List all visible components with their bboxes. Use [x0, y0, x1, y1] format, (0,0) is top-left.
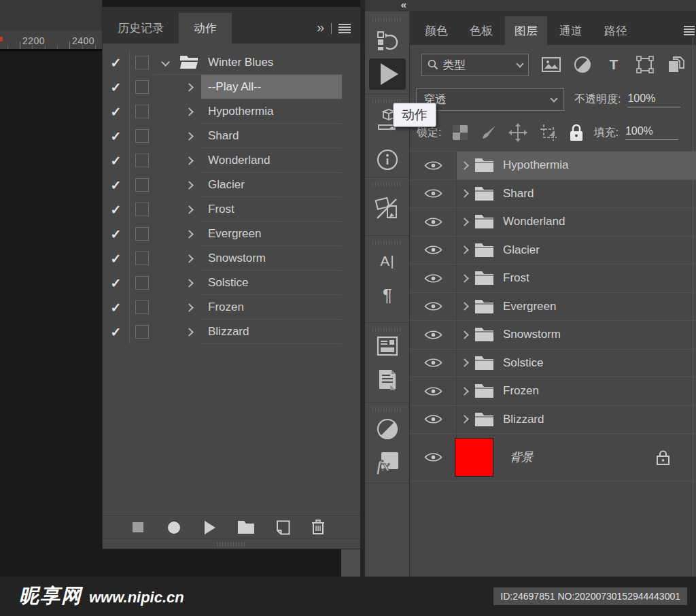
- tab-actions[interactable]: 动作: [179, 13, 232, 44]
- action-row[interactable]: ✓ Frost: [103, 197, 360, 222]
- modal-control-checkbox[interactable]: [135, 301, 149, 314]
- panel-menu-icon[interactable]: [338, 24, 351, 33]
- layer-group-row[interactable]: Glacier: [410, 237, 696, 265]
- action-row[interactable]: ✓ Solstice: [103, 271, 360, 295]
- chevron-right-icon[interactable]: [460, 415, 469, 424]
- tab-swatches[interactable]: 色板: [460, 16, 502, 45]
- lock-transparency-icon[interactable]: [452, 124, 468, 141]
- layer-group-row[interactable]: Wonderland: [410, 208, 696, 237]
- chevron-right-icon[interactable]: [460, 302, 469, 311]
- tab-history[interactable]: 历史记录: [103, 13, 179, 44]
- action-include-toggle[interactable]: ✓: [103, 148, 130, 173]
- delete-trash-icon[interactable]: [311, 519, 325, 535]
- paragraph-panel-icon[interactable]: ¶: [365, 281, 410, 309]
- modal-control-checkbox[interactable]: [135, 276, 149, 290]
- modal-control-checkbox[interactable]: [135, 154, 149, 167]
- tab-channels[interactable]: 通道: [550, 16, 592, 45]
- panel-resize-handle[interactable]: [103, 538, 360, 549]
- layer-group-row[interactable]: Snowstorm: [410, 321, 696, 349]
- chevron-right-icon[interactable]: [460, 218, 469, 226]
- chevron-right-icon[interactable]: [185, 303, 194, 312]
- layer-visibility-toggle[interactable]: [410, 321, 457, 349]
- chevron-right-icon[interactable]: [460, 161, 469, 170]
- chevron-right-icon[interactable]: [185, 83, 194, 92]
- layer-visibility-toggle[interactable]: [410, 293, 457, 321]
- type-layer-filter-icon[interactable]: T: [604, 56, 624, 73]
- dock-grip[interactable]: [372, 18, 402, 22]
- lock-all-icon[interactable]: [569, 124, 584, 141]
- modal-control-checkbox[interactable]: [135, 105, 149, 118]
- layer-thumbnail[interactable]: [455, 438, 493, 477]
- layer-visibility-toggle[interactable]: [410, 180, 457, 208]
- action-row[interactable]: ✓ Wonderland: [103, 148, 360, 173]
- chevron-right-icon[interactable]: [185, 107, 194, 116]
- action-include-toggle[interactable]: ✓: [103, 222, 130, 246]
- chevron-right-icon[interactable]: [185, 328, 194, 337]
- expand-panel-icon[interactable]: »: [317, 20, 324, 36]
- layer-visibility-toggle[interactable]: [410, 349, 457, 377]
- action-row[interactable]: ✓ Hypothermia: [103, 99, 360, 124]
- background-layer-row[interactable]: 背景: [410, 434, 696, 481]
- lock-position-icon[interactable]: [508, 123, 527, 142]
- action-include-toggle[interactable]: ✓: [103, 50, 130, 75]
- lock-pixels-brush-icon[interactable]: [481, 124, 497, 141]
- modal-control-checkbox[interactable]: [135, 80, 149, 94]
- dock-grip[interactable]: [372, 182, 402, 186]
- layer-group-row[interactable]: Frost: [410, 264, 696, 293]
- layer-group-row[interactable]: Hypothermia: [410, 152, 696, 180]
- modal-control-checkbox[interactable]: [135, 178, 149, 192]
- tab-layers[interactable]: 图层: [505, 16, 547, 45]
- paragraph-styles-panel-icon[interactable]: [365, 366, 410, 393]
- pixel-layer-filter-icon[interactable]: [541, 57, 561, 72]
- chevron-right-icon[interactable]: [460, 245, 469, 254]
- chevron-right-icon[interactable]: [460, 358, 469, 367]
- layer-visibility-toggle[interactable]: [410, 208, 457, 236]
- layer-group-row[interactable]: Frozen: [410, 377, 696, 406]
- layer-filter-type-select[interactable]: 类型: [421, 54, 529, 76]
- layer-visibility-toggle[interactable]: [410, 152, 457, 179]
- action-row[interactable]: ✓ Frozen: [103, 295, 360, 320]
- layer-visibility-toggle[interactable]: [410, 406, 457, 434]
- lock-artboard-icon[interactable]: [540, 124, 557, 141]
- chevron-right-icon[interactable]: [185, 279, 194, 288]
- layer-group-row[interactable]: Evergreen: [410, 293, 696, 322]
- new-action-icon[interactable]: [275, 520, 290, 535]
- action-row[interactable]: ✓ Blizzard: [103, 320, 360, 344]
- modal-control-checkbox[interactable]: [135, 252, 149, 265]
- panel-menu-icon[interactable]: [684, 26, 695, 35]
- new-set-folder-icon[interactable]: [237, 520, 255, 534]
- info-panel-icon[interactable]: [365, 147, 410, 173]
- layer-group-row[interactable]: Solstice: [410, 349, 696, 378]
- opacity-value-field[interactable]: 100%: [627, 92, 680, 107]
- dock-grip[interactable]: [372, 328, 402, 332]
- chevron-right-icon[interactable]: [185, 181, 194, 190]
- action-include-toggle[interactable]: ✓: [103, 295, 130, 320]
- action-include-toggle[interactable]: ✓: [103, 246, 130, 271]
- modal-control-checkbox[interactable]: [135, 203, 149, 216]
- layer-visibility-toggle[interactable]: [410, 434, 457, 481]
- action-include-toggle[interactable]: ✓: [103, 173, 130, 197]
- dock-grip[interactable]: [372, 241, 402, 245]
- actions-panel-icon[interactable]: [369, 58, 406, 90]
- stop-icon[interactable]: [133, 522, 143, 532]
- blend-mode-dropdown[interactable]: 穿透: [416, 88, 564, 111]
- character-styles-panel-icon[interactable]: [365, 333, 410, 359]
- adjustment-layer-filter-icon[interactable]: [572, 56, 593, 73]
- history-panel-icon[interactable]: [365, 29, 410, 53]
- modal-control-checkbox[interactable]: [135, 325, 149, 339]
- chevron-right-icon[interactable]: [460, 387, 469, 396]
- action-row[interactable]: ✓ Snowstorm: [103, 246, 360, 271]
- character-panel-icon[interactable]: A|: [365, 249, 410, 273]
- layer-group-row[interactable]: Blizzard: [410, 406, 696, 434]
- action-row[interactable]: ✓ Glacier: [103, 173, 360, 197]
- clone-source-panel-icon[interactable]: [365, 193, 410, 224]
- modal-control-checkbox[interactable]: [135, 227, 149, 241]
- action-include-toggle[interactable]: ✓: [103, 320, 130, 344]
- layer-visibility-toggle[interactable]: [410, 237, 457, 264]
- action-include-toggle[interactable]: ✓: [103, 271, 130, 295]
- action-include-toggle[interactable]: ✓: [103, 99, 130, 124]
- action-row[interactable]: ✓ Evergreen: [103, 222, 360, 246]
- action-row[interactable]: ✓ --Play All--: [103, 75, 360, 99]
- smart-object-filter-icon[interactable]: [666, 56, 686, 73]
- collapse-to-icons-button[interactable]: «: [401, 0, 406, 10]
